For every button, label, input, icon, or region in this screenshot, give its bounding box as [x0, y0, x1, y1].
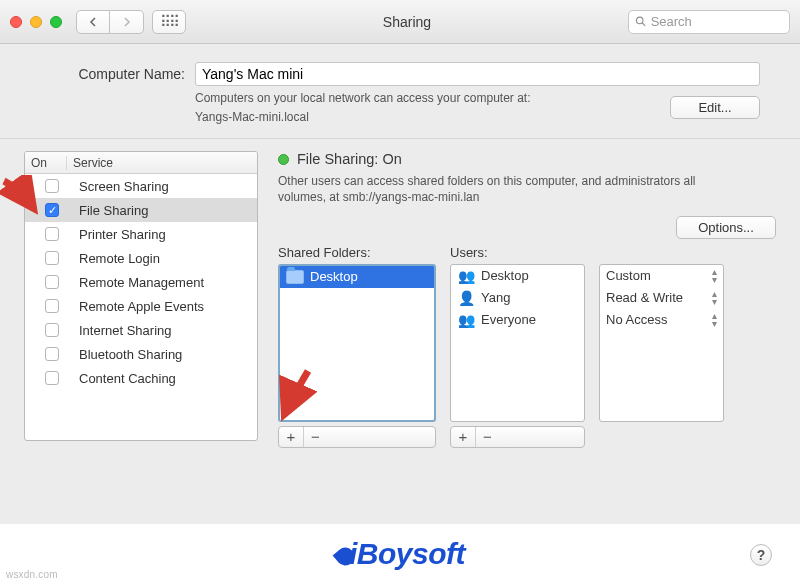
service-checkbox[interactable] — [45, 275, 59, 289]
service-label: Printer Sharing — [73, 227, 251, 242]
permission-item[interactable]: Custom▴▾ — [600, 265, 723, 287]
close-icon[interactable] — [10, 16, 22, 28]
folder-icon — [286, 270, 304, 284]
service-checkbox[interactable] — [45, 299, 59, 313]
service-checkbox[interactable] — [45, 347, 59, 361]
service-checkbox[interactable] — [45, 179, 59, 193]
permission-item[interactable]: No Access▴▾ — [600, 309, 723, 331]
service-label: File Sharing — [73, 203, 251, 218]
svg-line-1 — [642, 23, 645, 26]
service-label: Screen Sharing — [73, 179, 251, 194]
help-button[interactable]: ? — [750, 544, 772, 566]
user-item[interactable]: 👤Yang — [451, 287, 584, 309]
user-item[interactable]: 👥Everyone — [451, 309, 584, 331]
permission-label: Custom — [606, 268, 651, 283]
minimize-icon[interactable] — [30, 16, 42, 28]
service-row[interactable]: Remote Management — [25, 270, 257, 294]
computer-name-input[interactable] — [195, 62, 760, 86]
shared-folders-label: Shared Folders: — [278, 245, 436, 260]
permissions-column: . Custom▴▾Read & Write▴▾No Access▴▾ — [599, 245, 724, 448]
search-input[interactable] — [651, 14, 783, 29]
group-icon: 👥 — [457, 268, 475, 284]
service-row[interactable]: Internet Sharing — [25, 318, 257, 342]
service-checkbox[interactable] — [45, 251, 59, 265]
watermark-text: wsxdn.com — [6, 569, 58, 580]
permission-label: No Access — [606, 312, 667, 327]
stepper-icon[interactable]: ▴▾ — [712, 290, 717, 306]
back-button[interactable] — [76, 10, 110, 34]
forward-button[interactable] — [110, 10, 144, 34]
service-row[interactable]: Bluetooth Sharing — [25, 342, 257, 366]
service-checkbox[interactable]: ✓ — [45, 203, 59, 217]
service-checkbox[interactable] — [45, 323, 59, 337]
service-checkbox[interactable] — [45, 227, 59, 241]
col-on[interactable]: On — [25, 156, 67, 170]
col-service[interactable]: Service — [67, 156, 257, 170]
folders-add-remove: + − — [278, 426, 436, 448]
footer: iBoysoft ? wsxdn.com — [0, 524, 800, 584]
add-folder-button[interactable]: + — [279, 427, 303, 447]
search-field[interactable] — [628, 10, 790, 34]
main-panel: On Service Screen Sharing✓File SharingPr… — [0, 139, 800, 533]
search-icon — [635, 15, 647, 28]
titlebar: ⠿⠿ Sharing — [0, 0, 800, 44]
service-label: Remote Login — [73, 251, 251, 266]
user-label: Desktop — [481, 268, 529, 283]
computer-name-desc: Computers on your local network can acce… — [195, 90, 640, 106]
service-label: Remote Management — [73, 275, 251, 290]
permission-item[interactable]: Read & Write▴▾ — [600, 287, 723, 309]
user-label: Everyone — [481, 312, 536, 327]
users-add-remove: + − — [450, 426, 585, 448]
brand-text: iBoysoft — [349, 537, 465, 570]
nav-back-forward — [76, 10, 144, 34]
computer-name-label: Computer Name: — [40, 66, 185, 82]
service-row[interactable]: Screen Sharing — [25, 174, 257, 198]
permissions-list[interactable]: Custom▴▾Read & Write▴▾No Access▴▾ — [599, 264, 724, 422]
window-controls — [10, 16, 62, 28]
window-title: Sharing — [194, 14, 620, 30]
service-row[interactable]: Remote Login — [25, 246, 257, 270]
status-indicator-icon — [278, 154, 289, 165]
shared-folders-column: Shared Folders: Desktop + − — [278, 245, 436, 448]
service-row[interactable]: ✓File Sharing — [25, 198, 257, 222]
status-description: Other users can access shared folders on… — [278, 173, 698, 205]
computer-hostname: Yangs-Mac-mini.local — [195, 110, 640, 124]
service-label: Internet Sharing — [73, 323, 251, 338]
add-user-button[interactable]: + — [451, 427, 475, 447]
all-prefs-button[interactable]: ⠿⠿ — [152, 10, 186, 34]
group-icon: 👥 — [457, 312, 475, 328]
services-header: On Service — [25, 152, 257, 174]
service-label: Bluetooth Sharing — [73, 347, 251, 362]
service-detail: File Sharing: On Other users can access … — [258, 151, 776, 521]
edit-hostname-button[interactable]: Edit... — [670, 96, 760, 119]
services-table: On Service Screen Sharing✓File SharingPr… — [24, 151, 258, 441]
service-row[interactable]: Printer Sharing — [25, 222, 257, 246]
permission-label: Read & Write — [606, 290, 683, 305]
users-column: Users: 👥Desktop👤Yang👥Everyone + − — [450, 245, 585, 448]
shared-folders-list[interactable]: Desktop — [278, 264, 436, 422]
options-button[interactable]: Options... — [676, 216, 776, 239]
user-label: Yang — [481, 290, 510, 305]
users-list[interactable]: 👥Desktop👤Yang👥Everyone — [450, 264, 585, 422]
service-row[interactable]: Content Caching — [25, 366, 257, 390]
user-icon: 👤 — [457, 290, 475, 306]
folder-label: Desktop — [310, 269, 358, 284]
svg-point-0 — [636, 17, 643, 24]
user-item[interactable]: 👥Desktop — [451, 265, 584, 287]
service-checkbox[interactable] — [45, 371, 59, 385]
remove-user-button[interactable]: − — [475, 427, 499, 447]
stepper-icon[interactable]: ▴▾ — [712, 312, 717, 328]
users-label: Users: — [450, 245, 585, 260]
stepper-icon[interactable]: ▴▾ — [712, 268, 717, 284]
brand-logo: iBoysoft — [335, 537, 465, 571]
zoom-icon[interactable] — [50, 16, 62, 28]
service-label: Content Caching — [73, 371, 251, 386]
service-row[interactable]: Remote Apple Events — [25, 294, 257, 318]
computer-name-section: Computer Name: Computers on your local n… — [0, 44, 800, 139]
status-title: File Sharing: On — [297, 151, 402, 167]
remove-folder-button[interactable]: − — [303, 427, 327, 447]
folder-item[interactable]: Desktop — [280, 266, 434, 288]
grid-icon: ⠿⠿ — [160, 13, 178, 31]
service-label: Remote Apple Events — [73, 299, 251, 314]
